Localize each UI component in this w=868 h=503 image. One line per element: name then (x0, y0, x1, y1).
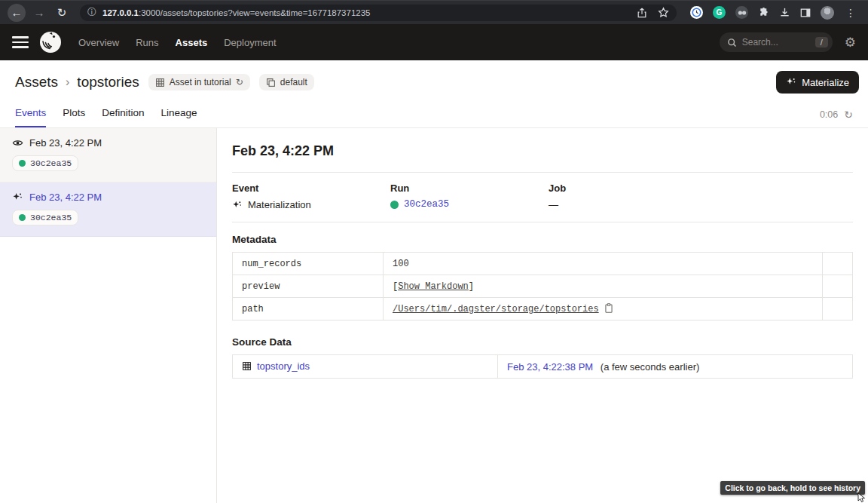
metadata-key: num_records (233, 253, 384, 275)
back-arrow-icon: ← (11, 7, 23, 18)
job-column-label: Job (549, 182, 707, 194)
nav-item-overview[interactable]: Overview (78, 37, 119, 48)
metadata-table: num_records 100 preview [Show Markdown] … (232, 252, 853, 321)
event-list-sidebar: Feb 23, 4:22 PM 30c2ea35 Feb 23, 4:22 PM… (0, 128, 217, 503)
event-detail-panel: Feb 23, 4:22 PM Event Materialization Ru… (217, 128, 868, 503)
puzzle-extensions-icon[interactable] (758, 7, 769, 18)
table-row: path /Users/tim/.dagster/storage/topstor… (233, 298, 853, 321)
breadcrumb-current-asset: topstories (77, 74, 139, 90)
hamburger-menu-icon[interactable] (12, 36, 29, 48)
breadcrumb-assets-link[interactable]: Assets (15, 74, 58, 90)
search-icon (727, 38, 737, 48)
download-icon[interactable] (779, 7, 790, 18)
materialize-label: Materialize (802, 77, 849, 88)
browser-toolbar: ← → ↻ ⓘ 127.0.0.1:3000/assets/topstories… (0, 0, 868, 24)
metadata-value: 100 (384, 253, 823, 275)
content-area: Feb 23, 4:22 PM 30c2ea35 Feb 23, 4:22 PM… (0, 128, 868, 503)
run-status-dot (19, 160, 26, 167)
materialization-sparkle-icon (232, 200, 243, 210)
code-location-tag[interactable]: Asset in tutorial ↻ (148, 74, 250, 90)
source-asset-name: topstory_ids (257, 360, 310, 372)
event-type-value: Materialization (248, 199, 311, 210)
browser-back-button[interactable]: ← (8, 4, 26, 22)
refresh-timer: 0:06 ↻ (820, 109, 853, 127)
event-list-item-observation[interactable]: Feb 23, 4:22 PM 30c2ea35 (0, 128, 216, 182)
code-location-label: Asset in tutorial (170, 77, 231, 87)
metadata-value: [Show Markdown] (384, 275, 823, 298)
browser-profile-avatar[interactable] (821, 6, 834, 20)
bookmark-star-icon[interactable] (658, 7, 669, 18)
browser-extensions: G ⋮ (687, 6, 860, 20)
asset-header: Assets › topstories Asset in tutorial ↻ … (0, 60, 868, 103)
run-column-label: Run (390, 182, 549, 194)
breadcrumb: Assets › topstories (15, 74, 139, 90)
reload-location-icon[interactable]: ↻ (236, 77, 243, 87)
tab-lineage[interactable]: Lineage (161, 107, 197, 127)
side-panel-icon[interactable] (800, 8, 811, 18)
goggles-extension-icon[interactable] (735, 6, 748, 19)
search-shortcut-badge: / (815, 37, 828, 48)
metadata-section-title: Metadata (232, 234, 853, 245)
metadata-key: path (233, 298, 384, 321)
site-info-icon[interactable]: ⓘ (87, 6, 96, 19)
settings-gear-icon[interactable]: ⚙ (845, 36, 856, 49)
nav-item-assets[interactable]: Assets (176, 37, 208, 48)
grammarly-extension-icon[interactable]: G (713, 6, 726, 19)
source-time-link[interactable]: Feb 23, 4:22:38 PM (507, 361, 593, 373)
source-asset-link[interactable]: topstory_ids (242, 360, 310, 372)
tab-plots[interactable]: Plots (63, 107, 85, 127)
global-search[interactable]: / (720, 32, 833, 52)
clock-extension-icon[interactable] (690, 6, 703, 19)
browser-reload-button[interactable]: ↻ (53, 4, 71, 22)
share-icon[interactable] (637, 8, 647, 18)
run-tag[interactable]: 30c2ea35 (12, 210, 78, 225)
source-data-section-title: Source Data (232, 336, 853, 348)
bracket-close: ] (469, 281, 474, 292)
run-id: 30c2ea35 (30, 158, 72, 168)
tab-definition[interactable]: Definition (102, 107, 144, 127)
nav-item-runs[interactable]: Runs (136, 37, 158, 48)
event-list-item-materialization[interactable]: Feb 23, 4:22 PM 30c2ea35 (0, 182, 216, 237)
path-link[interactable]: /Users/tim/.dagster/storage/topstories (393, 304, 599, 314)
dagster-logo[interactable] (39, 31, 62, 54)
event-timestamp: Feb 23, 4:22 PM (29, 192, 102, 203)
forward-arrow-icon: → (34, 7, 45, 18)
run-status-dot (19, 214, 26, 221)
asset-group-label: default (280, 77, 307, 87)
asset-group-tag[interactable]: default (259, 74, 314, 90)
reload-icon: ↻ (57, 7, 67, 18)
navbar-right: / ⚙ (720, 32, 856, 52)
back-button-tooltip: Click to go back, hold to see history (720, 481, 865, 495)
asset-tabs: Events Plots Definition Lineage 0:06 ↻ (0, 103, 868, 128)
event-detail-title: Feb 23, 4:22 PM (232, 143, 853, 159)
refresh-icon[interactable]: ↻ (844, 109, 853, 121)
app-navbar: Overview Runs Assets Deployment / ⚙ (0, 24, 868, 60)
copy-clipboard-icon[interactable] (604, 303, 613, 313)
event-timestamp: Feb 23, 4:22 PM (29, 137, 102, 149)
materialize-button[interactable]: Materialize (776, 71, 859, 94)
asset-group-grid-icon (155, 78, 165, 87)
nav-item-deployment[interactable]: Deployment (224, 37, 276, 48)
address-bar[interactable]: ⓘ 127.0.0.1:3000/assets/topstories?view=… (80, 5, 677, 21)
copy-stack-icon (266, 78, 276, 87)
job-value: — (549, 199, 558, 210)
event-column-label: Event (232, 182, 390, 194)
metadata-extra-cell (823, 253, 853, 275)
nav-links: Overview Runs Assets Deployment (78, 37, 277, 48)
tab-events[interactable]: Events (15, 107, 46, 127)
eye-observation-icon (12, 137, 23, 149)
show-markdown-link[interactable]: Show Markdown (398, 281, 469, 292)
url-path: :3000/assets/topstories?view=events&time… (139, 8, 371, 17)
url-host: 127.0.0.1 (102, 8, 139, 17)
run-id-link[interactable]: 30c2ea35 (404, 199, 449, 210)
run-id: 30c2ea35 (30, 213, 72, 222)
app-window: ← → ↻ ⓘ 127.0.0.1:3000/assets/topstories… (0, 0, 868, 503)
run-tag[interactable]: 30c2ea35 (12, 155, 78, 171)
browser-menu-icon[interactable]: ⋮ (844, 7, 857, 19)
table-row: num_records 100 (233, 253, 853, 275)
event-info-columns: Event Materialization Run 30c2ea35 Job — (232, 173, 853, 222)
materialize-sparkle-icon (786, 77, 796, 87)
table-row: topstory_ids Feb 23, 4:22:38 PM (a few s… (233, 355, 853, 379)
browser-forward-button[interactable]: → (30, 4, 48, 22)
search-input[interactable] (742, 37, 810, 48)
